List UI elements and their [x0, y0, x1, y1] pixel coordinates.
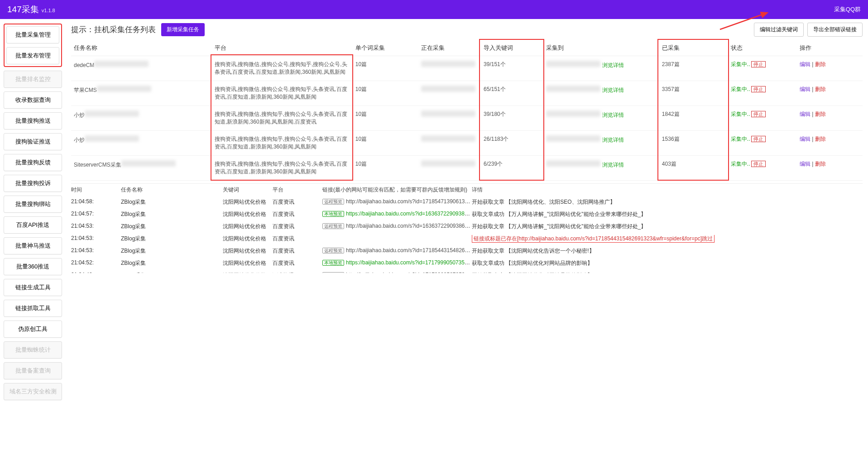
- log-detail-highlight: 链接或标题已存在[http://baijiahao.baidu.com/s?id…: [472, 235, 715, 243]
- log-url[interactable]: http://baijiahao.baidu.com/s?id=17179990…: [346, 272, 472, 273]
- edit-link[interactable]: 编辑: [800, 61, 810, 67]
- stop-button[interactable]: 停止: [751, 161, 766, 167]
- detail-link[interactable]: 浏览详情: [602, 162, 624, 168]
- task-keywords: 6/239个: [481, 156, 543, 181]
- edit-link[interactable]: 编辑: [800, 136, 810, 142]
- export-errors-button[interactable]: 导出全部错误链接: [807, 23, 863, 37]
- task-collecting: [418, 131, 481, 156]
- log-row: 21:04:53:ZBlog采集沈阳网站优化价格百度资讯链接或标题已存在[htt…: [71, 233, 863, 245]
- qq-group-link[interactable]: 采集QQ群: [834, 5, 861, 14]
- col-header-6: 已采集: [659, 40, 728, 56]
- app-version: v1.1.8: [42, 8, 55, 13]
- log-scroll[interactable]: 21:04:58:ZBlog采集沈阳网站优化价格百度资讯远程预览http://b…: [71, 196, 863, 273]
- remote-preview-badge[interactable]: 远程预览: [322, 223, 344, 229]
- sidebar-item-0: 批量排名监控: [4, 71, 62, 88]
- sidebar-item-2[interactable]: 批量搜狗推送: [4, 112, 62, 129]
- task-table: 任务名称平台单个词采集正在采集导入关键词采集到已采集状态操作 dedeCM搜狗资…: [71, 40, 863, 181]
- stop-button[interactable]: 停止: [751, 136, 766, 142]
- local-preview-badge[interactable]: 本地预览: [322, 211, 344, 217]
- add-task-button[interactable]: 新增采集任务: [161, 23, 205, 36]
- edit-link[interactable]: 编辑: [800, 111, 810, 117]
- col-header-7: 状态: [728, 40, 797, 56]
- log-detail-text: 开始获取文章 【沈阳网站优化对网站品牌的影响】: [472, 272, 593, 273]
- sidebar-item-8[interactable]: 批量神马推送: [4, 237, 62, 254]
- remote-preview-badge[interactable]: 远程预览: [322, 272, 344, 273]
- task-done: 2387篇: [659, 56, 728, 81]
- filter-keywords-button[interactable]: 编辑过滤关键词: [754, 23, 804, 37]
- log-url[interactable]: http://baijiahao.baidu.com/s?id=17185471…: [346, 198, 472, 205]
- sidebar-publish-manage[interactable]: 批量发布管理: [6, 47, 59, 64]
- log-detail-text: 开始获取文章 【沈阳网站优化告诉您一个小秘密!】: [472, 248, 595, 254]
- task-row: 小炒搜狗资讯,搜狗微信,搜狗知乎,搜狗公众号,头条资讯,百度知道,新浪新闻,36…: [71, 106, 863, 131]
- task-status: 采集中..停止: [728, 131, 797, 156]
- task-platforms: 搜狗资讯,搜狗微信,搜狗知乎,搜狗公众号,头条资讯,百度知道,新浪新闻,360新…: [212, 106, 353, 131]
- col-header-0: 任务名称: [71, 40, 212, 56]
- sidebar-item-12[interactable]: 伪原创工具: [4, 321, 62, 338]
- remote-preview-badge[interactable]: 远程预览: [322, 248, 344, 254]
- sidebar-item-4[interactable]: 批量搜狗反馈: [4, 154, 62, 171]
- detail-link[interactable]: 浏览详情: [602, 137, 624, 143]
- sidebar-item-1[interactable]: 收录数据查询: [4, 91, 62, 109]
- delete-link[interactable]: 删除: [815, 61, 826, 67]
- log-panel: 时间任务名称关键词平台链接(最小的网站可能没有匹配，如需要可群内反馈增加规则)详…: [71, 183, 863, 279]
- log-url[interactable]: https://baijiahao.baidu.com/s?id=1636372…: [346, 211, 472, 217]
- task-target: 浏览详情: [543, 156, 659, 181]
- task-single: 10篇: [353, 131, 418, 156]
- task-target: 浏览详情: [543, 56, 659, 81]
- task-row: 苹果CMS搜狗资讯,搜狗微信,搜狗公众号,搜狗知乎,头条资讯,百度资讯,百度知道…: [71, 81, 863, 106]
- log-row: 21:04:57:ZBlog采集沈阳网站优化价格百度资讯本地预览https://…: [71, 208, 863, 220]
- sidebar-item-3[interactable]: 搜狗验证推送: [4, 133, 62, 150]
- sidebar-item-14: 批量备案查询: [4, 362, 62, 379]
- sidebar-item-11[interactable]: 链接抓取工具: [4, 300, 62, 317]
- task-collecting: [418, 56, 481, 81]
- task-done: 1536篇: [659, 131, 728, 156]
- log-col-3: 平台: [273, 186, 322, 194]
- log-url[interactable]: http://baijiahao.baidu.com/s?id=17185443…: [346, 247, 472, 254]
- edit-link[interactable]: 编辑: [800, 161, 810, 167]
- task-target: 浏览详情: [543, 106, 659, 131]
- log-url[interactable]: https://baijiahao.baidu.com/s?id=1717999…: [346, 259, 472, 266]
- remote-preview-badge[interactable]: 远程预览: [322, 199, 344, 205]
- delete-link[interactable]: 删除: [815, 136, 826, 142]
- sidebar-item-10[interactable]: 链接生成工具: [4, 279, 62, 296]
- log-row: 21:04:48:ZBlog采集沈阳网站优化价格百度资讯远程预览http://b…: [71, 269, 863, 273]
- task-keywords: 39/180个: [481, 106, 543, 131]
- task-status: 采集中..停止: [728, 156, 797, 181]
- task-single: 10篇: [353, 106, 418, 131]
- horizontal-scrollbar[interactable]: [71, 273, 863, 279]
- sidebar-item-5[interactable]: 批量搜狗投诉: [4, 175, 62, 192]
- task-row: SiteserverCMS采集搜狗资讯,搜狗微信,搜狗知乎,搜狗公众号,头条资讯…: [71, 156, 863, 181]
- task-keywords: 26/1183个: [481, 131, 543, 156]
- sidebar-item-9[interactable]: 批量360推送: [4, 258, 62, 275]
- local-preview-badge[interactable]: 本地预览: [322, 260, 344, 266]
- log-url[interactable]: http://baijiahao.baidu.com/s?id=16363722…: [346, 223, 472, 229]
- delete-link[interactable]: 删除: [815, 111, 826, 117]
- task-name: SiteserverCMS采集: [71, 156, 212, 181]
- log-col-0: 时间: [71, 186, 121, 194]
- task-done: 403篇: [659, 156, 728, 181]
- stop-button[interactable]: 停止: [751, 61, 766, 67]
- sidebar-highlight-group: 批量采集管理 批量发布管理: [4, 24, 62, 67]
- sidebar-collect-manage[interactable]: 批量采集管理: [6, 26, 59, 43]
- main-content: 提示：挂机采集任务列表 新增采集任务 编辑过滤关键词 导出全部错误链接 任务名称…: [66, 19, 868, 405]
- sidebar-item-6[interactable]: 批量搜狗绑站: [4, 196, 62, 213]
- log-col-4: 链接(最小的网站可能没有匹配，如需要可群内反馈增加规则): [322, 186, 472, 194]
- col-header-8: 操作: [797, 40, 863, 56]
- sidebar-item-7[interactable]: 百度API推送: [4, 216, 62, 234]
- detail-link[interactable]: 浏览详情: [602, 62, 624, 68]
- log-row: 21:04:53:ZBlog采集沈阳网站优化价格百度资讯远程预览http://b…: [71, 245, 863, 257]
- detail-link[interactable]: 浏览详情: [602, 87, 624, 93]
- task-done: 1842篇: [659, 106, 728, 131]
- delete-link[interactable]: 删除: [815, 86, 826, 92]
- stop-button[interactable]: 停止: [751, 111, 766, 117]
- delete-link[interactable]: 删除: [815, 161, 826, 167]
- task-ops: 编辑 | 删除: [797, 131, 863, 156]
- edit-link[interactable]: 编辑: [800, 86, 810, 92]
- task-ops: 编辑 | 删除: [797, 56, 863, 81]
- stop-button[interactable]: 停止: [751, 86, 766, 92]
- log-col-2: 关键词: [223, 186, 273, 194]
- detail-link[interactable]: 浏览详情: [602, 112, 624, 118]
- col-header-3: 正在采集: [418, 40, 481, 56]
- task-status: 采集中..停止: [728, 56, 797, 81]
- col-header-5: 采集到: [543, 40, 659, 56]
